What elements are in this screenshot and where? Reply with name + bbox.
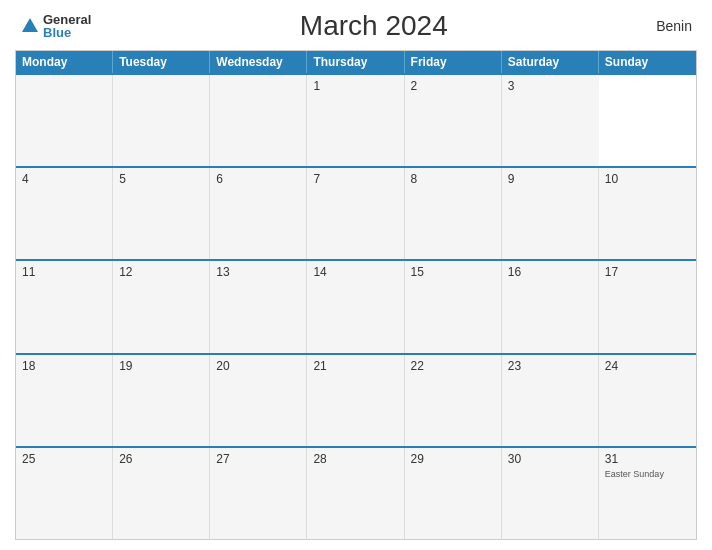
page: General Blue March 2024 Benin Monday Tue…	[0, 0, 712, 550]
day-cell-4: 4	[16, 168, 113, 259]
week-row-4: 18 19 20 21 22 23 24	[16, 353, 696, 446]
header-friday: Friday	[405, 51, 502, 73]
day-cell-17: 17	[599, 261, 696, 352]
logo-text: General Blue	[43, 13, 91, 39]
day-cell-29: 29	[405, 448, 502, 539]
day-cell-19: 19	[113, 355, 210, 446]
day-cell-15: 15	[405, 261, 502, 352]
day-cell-23: 23	[502, 355, 599, 446]
day-cell-6: 6	[210, 168, 307, 259]
logo-blue: Blue	[43, 26, 91, 39]
header-wednesday: Wednesday	[210, 51, 307, 73]
day-cell-13: 13	[210, 261, 307, 352]
header-monday: Monday	[16, 51, 113, 73]
day-cell-22: 22	[405, 355, 502, 446]
day-cell-11: 11	[16, 261, 113, 352]
day-cell-8: 8	[405, 168, 502, 259]
day-headers-row: Monday Tuesday Wednesday Thursday Friday…	[16, 51, 696, 73]
calendar-weeks: 1 2 3 4 5 6 7 8 9 10 11 12 13 14 15	[16, 73, 696, 539]
day-cell-9: 9	[502, 168, 599, 259]
logo-icon	[20, 16, 40, 36]
day-cell-30: 30	[502, 448, 599, 539]
day-cell-24: 24	[599, 355, 696, 446]
calendar: Monday Tuesday Wednesday Thursday Friday…	[15, 50, 697, 540]
day-cell-empty	[210, 75, 307, 166]
day-cell-26: 26	[113, 448, 210, 539]
week-row-5: 25 26 27 28 29 30 31 Easter Sunday	[16, 446, 696, 539]
country-label: Benin	[656, 10, 692, 34]
day-cell-12: 12	[113, 261, 210, 352]
header-sunday: Sunday	[599, 51, 696, 73]
week-row-2: 4 5 6 7 8 9 10	[16, 166, 696, 259]
day-cell-2: 2	[405, 75, 502, 166]
day-cell-21: 21	[307, 355, 404, 446]
day-cell-27: 27	[210, 448, 307, 539]
day-cell-3: 3	[502, 75, 599, 166]
day-cell-7: 7	[307, 168, 404, 259]
week-row-1: 1 2 3	[16, 73, 696, 166]
calendar-title: March 2024	[300, 10, 448, 42]
day-cell-25: 25	[16, 448, 113, 539]
logo: General Blue	[20, 13, 91, 39]
week-row-3: 11 12 13 14 15 16 17	[16, 259, 696, 352]
easter-sunday-event: Easter Sunday	[605, 469, 664, 479]
day-cell-31: 31 Easter Sunday	[599, 448, 696, 539]
day-cell-18: 18	[16, 355, 113, 446]
day-cell-10: 10	[599, 168, 696, 259]
day-cell-14: 14	[307, 261, 404, 352]
day-cell-28: 28	[307, 448, 404, 539]
header-saturday: Saturday	[502, 51, 599, 73]
day-cell-1: 1	[307, 75, 404, 166]
day-cell-20: 20	[210, 355, 307, 446]
header-thursday: Thursday	[307, 51, 404, 73]
day-cell-16: 16	[502, 261, 599, 352]
header: General Blue March 2024 Benin	[15, 10, 697, 42]
day-cell-empty	[113, 75, 210, 166]
day-cell-empty	[16, 75, 113, 166]
svg-marker-0	[22, 18, 38, 32]
header-tuesday: Tuesday	[113, 51, 210, 73]
day-cell-5: 5	[113, 168, 210, 259]
